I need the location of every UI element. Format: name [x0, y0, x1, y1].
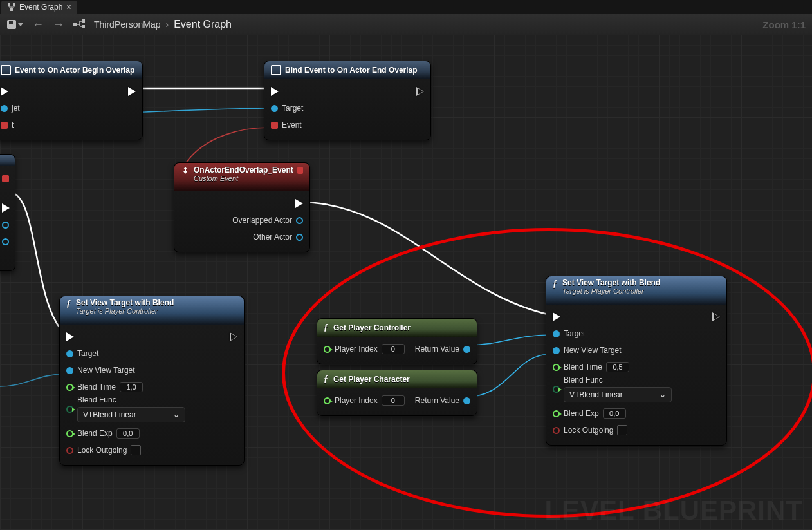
lock-outgoing-checkbox[interactable]: [131, 445, 141, 455]
svg-rect-2: [10, 8, 13, 11]
exec-pin-out[interactable]: [418, 87, 424, 96]
data-pin-out[interactable]: [296, 217, 303, 224]
exec-pin-in[interactable]: [553, 312, 560, 321]
bind-icon: [1, 65, 11, 75]
node-set-view-target-right[interactable]: ƒ Set View Target with Blend Target is P…: [546, 276, 727, 446]
blend-func-select[interactable]: VTBlend Linear⌄: [564, 387, 672, 402]
exec-pin-out[interactable]: [128, 87, 136, 96]
pin-label: New View Target: [77, 366, 135, 375]
select-value: VTBlend Linear: [83, 410, 136, 419]
node-title: Set View Target with Blend: [562, 279, 660, 287]
exec-pin-out[interactable]: [714, 312, 720, 321]
watermark-label: LEVEL BLUEPRINT: [544, 495, 803, 526]
node-bind-begin-overlap[interactable]: Event to On Actor Begin Overlap jet t: [0, 61, 143, 140]
node-custom-event[interactable]: OnActorEndOverlap_Event Custom Event Ove…: [174, 162, 310, 252]
nav-back-icon[interactable]: ←: [32, 18, 44, 32]
node-subtitle: Custom Event: [194, 175, 293, 182]
event-pin[interactable]: [271, 122, 278, 129]
select-value: VTBlend Linear: [569, 390, 623, 399]
node-title: Get Player Character: [333, 375, 410, 384]
node-subtitle: Target is Player Controller: [76, 307, 158, 316]
blend-time-input[interactable]: 0,5: [606, 362, 629, 372]
target-pin[interactable]: [1, 105, 8, 112]
function-icon: ƒ: [324, 323, 328, 333]
function-icon: ƒ: [553, 279, 557, 289]
node-get-player-character[interactable]: ƒGet Player Character Player Index0 Retu…: [317, 370, 477, 416]
pin-label: Blend Time: [564, 363, 602, 372]
pin-label: Blend Exp: [77, 429, 113, 438]
pin-label: Other Actor: [253, 232, 292, 241]
blend-exp-pin[interactable]: [66, 430, 73, 437]
target-pin[interactable]: [271, 105, 278, 112]
function-icon: ƒ: [324, 374, 328, 384]
pin-label: Target: [282, 104, 303, 113]
blend-exp-input[interactable]: 0,0: [603, 408, 626, 419]
return-value-pin[interactable]: [463, 346, 470, 353]
new-view-target-pin[interactable]: [553, 347, 560, 354]
tab-event-graph[interactable]: Event Graph ×: [1, 1, 77, 14]
pin-label: Event: [282, 120, 302, 129]
node-title: Bind Event to On Actor End Overlap: [285, 66, 418, 75]
chevron-right-icon: ›: [166, 19, 169, 30]
zoom-indicator: Zoom 1:1: [762, 19, 806, 30]
chevron-down-icon: ⌄: [660, 390, 666, 399]
delegate-pin[interactable]: [2, 175, 9, 182]
crumb-root[interactable]: ThirdPersonMap: [94, 19, 161, 30]
node-get-player-controller[interactable]: ƒGet Player Controller Player Index0 Ret…: [317, 318, 477, 364]
lock-outgoing-checkbox[interactable]: [617, 425, 627, 435]
exec-pin-out[interactable]: [295, 199, 303, 208]
exec-pin-in[interactable]: [1, 87, 8, 96]
blend-func-pin[interactable]: [66, 406, 73, 413]
crumb-leaf[interactable]: Event Graph: [174, 19, 232, 30]
lock-outgoing-pin[interactable]: [553, 427, 560, 434]
target-pin[interactable]: [553, 330, 560, 337]
graph-canvas[interactable]: Event to On Actor Begin Overlap jet t Bi…: [0, 35, 812, 530]
svg-rect-4: [9, 21, 13, 24]
function-icon: ƒ: [66, 299, 71, 309]
blend-time-pin[interactable]: [66, 384, 73, 391]
node-title: Event to On Actor Begin Overlap: [15, 66, 134, 75]
pin-label: Player Index: [335, 396, 378, 405]
new-view-target-pin[interactable]: [66, 367, 73, 374]
pin-label: Overlapped Actor: [232, 216, 292, 225]
blend-time-pin[interactable]: [553, 364, 560, 371]
exec-pin-out[interactable]: [231, 332, 237, 341]
blend-time-input[interactable]: 1,0: [120, 382, 143, 392]
data-pin[interactable]: [2, 238, 9, 245]
player-index-input[interactable]: 0: [382, 395, 405, 406]
bind-icon: [271, 65, 281, 75]
graph-root-icon[interactable]: [73, 19, 85, 31]
save-dropdown[interactable]: [6, 19, 23, 30]
player-index-pin[interactable]: [324, 397, 331, 404]
lock-outgoing-pin[interactable]: [66, 447, 73, 454]
data-pin-out[interactable]: [296, 234, 303, 241]
node-fragment-left[interactable]: [0, 154, 15, 271]
exec-pin-in[interactable]: [271, 87, 279, 96]
delegate-out-pin[interactable]: [297, 167, 303, 174]
blend-exp-pin[interactable]: [553, 410, 560, 417]
data-pin[interactable]: [2, 222, 9, 229]
pin-label: Return Value: [415, 396, 459, 405]
exec-pin-in[interactable]: [2, 203, 10, 213]
return-value-pin[interactable]: [463, 397, 470, 404]
node-title: Get Player Controller: [333, 323, 411, 332]
tab-bar: Event Graph ×: [0, 0, 812, 14]
event-pin[interactable]: [1, 122, 8, 129]
exec-pin-in[interactable]: [66, 332, 74, 341]
node-set-view-target-left[interactable]: ƒ Set View Target with Blend Target is P…: [59, 296, 245, 466]
svg-rect-6: [82, 19, 85, 23]
blend-func-select[interactable]: VTBlend Linear⌄: [77, 407, 185, 422]
blend-func-pin[interactable]: [553, 386, 560, 393]
player-index-pin[interactable]: [324, 346, 331, 353]
blend-exp-input[interactable]: 0,0: [116, 428, 140, 439]
node-title: OnActorEndOverlap_Event: [194, 166, 293, 175]
close-icon[interactable]: ×: [66, 3, 71, 12]
svg-rect-0: [8, 3, 10, 6]
target-pin[interactable]: [66, 350, 73, 357]
chevron-down-icon: ⌄: [173, 410, 180, 419]
pin-label: Blend Func: [564, 375, 672, 384]
node-bind-end-overlap[interactable]: Bind Event to On Actor End Overlap Targe…: [264, 61, 431, 140]
nav-forward-icon[interactable]: →: [53, 18, 64, 32]
player-index-input[interactable]: 0: [382, 344, 405, 354]
svg-rect-1: [13, 3, 15, 6]
